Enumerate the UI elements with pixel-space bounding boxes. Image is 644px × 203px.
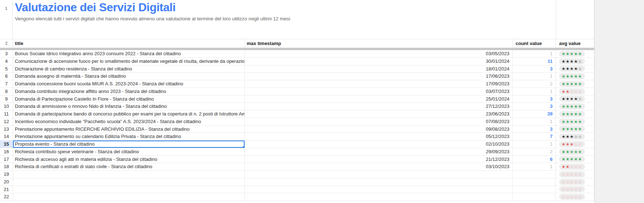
cell-avg-value[interactable]: ★★★★★ bbox=[556, 148, 594, 156]
cell-count-value[interactable]: 7 bbox=[513, 133, 556, 141]
cell-avg-value[interactable]: ★★★★☆ bbox=[556, 65, 594, 73]
cell-title[interactable]: Comunicazione di accensione fuoco per lo… bbox=[13, 58, 245, 65]
cell-count-value[interactable]: 6 bbox=[513, 156, 556, 163]
cell-title[interactable] bbox=[13, 186, 245, 194]
cell-count-value[interactable]: 1 bbox=[513, 50, 556, 58]
cell-title[interactable]: Prenotazione appuntamento su calendario … bbox=[13, 133, 245, 141]
row-header[interactable]: 15 bbox=[0, 141, 13, 148]
cell-count-value[interactable] bbox=[513, 178, 556, 186]
cell-title[interactable]: Domanda di ammissione o rinnovo Nido di … bbox=[13, 103, 245, 110]
cell-max-timestamp[interactable] bbox=[245, 193, 513, 201]
cell-title[interactable]: Richiesta contributo spese veterinarie -… bbox=[13, 148, 245, 156]
cell-max-timestamp[interactable]: 27/12/2023 bbox=[245, 103, 513, 110]
cell-title[interactable]: Domanda di Partecipazione Castello In Fi… bbox=[13, 96, 245, 103]
cell-title[interactable]: Domanda concessione buoni scuola MIUR A.… bbox=[13, 80, 245, 88]
cell-avg-value[interactable]: ★★☆☆☆ bbox=[556, 88, 594, 96]
cell-count-value[interactable] bbox=[513, 193, 556, 201]
cell-max-timestamp[interactable] bbox=[245, 186, 513, 194]
cell-title[interactable] bbox=[13, 178, 245, 186]
cell-max-timestamp[interactable] bbox=[245, 178, 513, 186]
cell-count-value[interactable]: 1 bbox=[513, 88, 556, 96]
cell-max-timestamp[interactable]: 03/07/2023 bbox=[245, 88, 513, 96]
cell-max-timestamp[interactable]: 03/05/2023 bbox=[245, 50, 513, 58]
cell-max-timestamp[interactable]: 02/10/2023 bbox=[245, 141, 513, 148]
cell-avg-value[interactable]: ★★★★★ bbox=[556, 118, 594, 126]
column-header-count-value[interactable]: count value bbox=[513, 39, 556, 48]
row-header[interactable]: 16 bbox=[0, 148, 13, 156]
row-header[interactable]: 6 bbox=[0, 73, 13, 80]
cell-max-timestamp[interactable]: 07/08/2023 bbox=[245, 118, 513, 126]
cell-count-value[interactable]: 2 bbox=[513, 80, 556, 88]
cell-count-value[interactable]: 39 bbox=[513, 110, 556, 118]
row-header[interactable]: 4 bbox=[0, 58, 13, 65]
cell-avg-value[interactable]: ★★★★★ bbox=[556, 80, 594, 88]
row-header[interactable]: 13 bbox=[0, 126, 13, 133]
cell-max-timestamp[interactable]: 03/10/2023 bbox=[245, 163, 513, 171]
cell-avg-value[interactable]: ☆☆☆☆☆ bbox=[556, 171, 594, 178]
cell-title[interactable]: Incentivo economico individuale "Pacchet… bbox=[13, 118, 245, 126]
row-header[interactable]: 7 bbox=[0, 80, 13, 88]
cell-max-timestamp[interactable]: 21/12/2023 bbox=[245, 156, 513, 163]
cell-max-timestamp[interactable]: 25/01/2024 bbox=[245, 96, 513, 103]
row-header[interactable]: 22 bbox=[0, 193, 13, 201]
cell-max-timestamp[interactable]: 23/06/2023 bbox=[245, 110, 513, 118]
row-header[interactable]: 18 bbox=[0, 163, 13, 171]
cell-count-value[interactable]: 11 bbox=[513, 58, 556, 65]
cell-max-timestamp[interactable]: 30/01/2024 bbox=[245, 58, 513, 65]
cell-title[interactable]: Richiesta di certificati o estratti di s… bbox=[13, 163, 245, 171]
column-header-avg-value[interactable]: avg value bbox=[556, 39, 594, 48]
column-header-title[interactable]: title bbox=[13, 39, 245, 48]
cell-count-value[interactable]: 3 bbox=[513, 103, 556, 110]
row-header[interactable]: 12 bbox=[0, 118, 13, 126]
cell-avg-value[interactable]: ★★★★★ bbox=[556, 50, 594, 58]
cell-title[interactable]: Domanda di partecipazione bando di conco… bbox=[13, 110, 245, 118]
cell-title[interactable]: Richiesta di accesso agli atti in materi… bbox=[13, 156, 245, 163]
cell-count-value[interactable]: 1 bbox=[513, 163, 556, 171]
cell-count-value[interactable]: 3 bbox=[513, 65, 556, 73]
title-cell[interactable]: Valutazione dei Servizi Digitali Vengono… bbox=[15, 0, 552, 39]
row-header[interactable]: 14 bbox=[0, 133, 13, 141]
cell-title[interactable]: Proposta evento - Stanza del cittadino bbox=[13, 141, 245, 148]
row-header[interactable]: 21 bbox=[0, 186, 13, 194]
cell-avg-value[interactable]: ★★★★★ bbox=[556, 126, 594, 133]
cell-max-timestamp[interactable]: 29/09/2023 bbox=[245, 148, 513, 156]
row-header[interactable]: 3 bbox=[0, 50, 13, 58]
cell-max-timestamp[interactable]: 17/06/2023 bbox=[245, 73, 513, 80]
column-header-max-timestamp[interactable]: max timestamp bbox=[245, 39, 513, 48]
row-header[interactable]: 10 bbox=[0, 103, 13, 110]
cell-avg-value[interactable]: ★★★★★ bbox=[556, 110, 594, 118]
cell-title[interactable]: Domanda contributo integrazione affitto … bbox=[13, 88, 245, 96]
cell-count-value[interactable]: 3 bbox=[513, 96, 556, 103]
cell-avg-value[interactable]: ☆☆☆☆☆ bbox=[556, 193, 594, 201]
cell-avg-value[interactable]: ★★★★★ bbox=[556, 156, 594, 163]
cell-title[interactable]: Domanda assegno di maternità - Stanza de… bbox=[13, 73, 245, 80]
row-header[interactable]: 19 bbox=[0, 171, 13, 178]
cell-max-timestamp[interactable] bbox=[245, 171, 513, 178]
row-header-1[interactable]: 1 bbox=[0, 0, 13, 39]
cell-avg-value[interactable]: ★★★☆☆ bbox=[556, 141, 594, 148]
cell-max-timestamp[interactable]: 05/12/2023 bbox=[245, 133, 513, 141]
cell-title[interactable]: Prenotazione appuntamento RICERCHE ARCHI… bbox=[13, 126, 245, 133]
cell-title[interactable] bbox=[13, 171, 245, 178]
cell-title[interactable]: Dichiarazione di cambio residenza - Stan… bbox=[13, 65, 245, 73]
row-header[interactable]: 17 bbox=[0, 156, 13, 163]
cell-avg-value[interactable]: ★★★★★ bbox=[556, 103, 594, 110]
cell-avg-value[interactable]: ★★★☆☆ bbox=[556, 133, 594, 141]
cell-max-timestamp[interactable]: 18/01/2024 bbox=[245, 65, 513, 73]
cell-avg-value[interactable]: ☆☆☆☆☆ bbox=[556, 178, 594, 186]
row-header[interactable]: 20 bbox=[0, 178, 13, 186]
cell-count-value[interactable]: 1 bbox=[513, 73, 556, 80]
cell-count-value[interactable]: 1 bbox=[513, 118, 556, 126]
cell-avg-value[interactable]: ★★★★★ bbox=[556, 73, 594, 80]
cell-max-timestamp[interactable]: 09/08/2023 bbox=[245, 126, 513, 133]
cell-avg-value[interactable]: ★★☆☆☆ bbox=[556, 163, 594, 171]
cell-count-value[interactable] bbox=[513, 171, 556, 178]
row-header[interactable]: 9 bbox=[0, 96, 13, 103]
row-header-2[interactable]: 2 bbox=[0, 39, 13, 48]
row-header[interactable]: 8 bbox=[0, 88, 13, 96]
cell-count-value[interactable]: 3 bbox=[513, 126, 556, 133]
cell-avg-value[interactable]: ★★★★☆ bbox=[556, 96, 594, 103]
cell-count-value[interactable]: 1 bbox=[513, 141, 556, 148]
cell-title[interactable] bbox=[13, 193, 245, 201]
row-header[interactable]: 5 bbox=[0, 65, 13, 73]
